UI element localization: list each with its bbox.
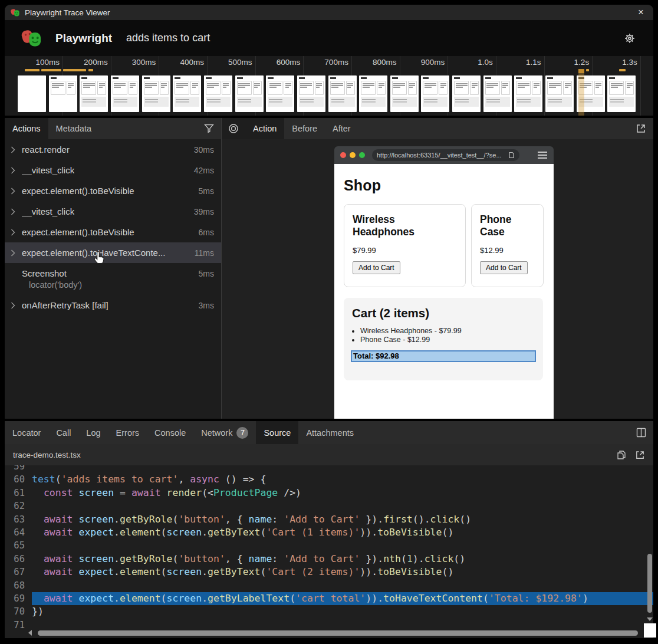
mini-line — [161, 85, 167, 86]
tab-label: Errors — [116, 428, 139, 438]
pick-locator-target-icon[interactable] — [222, 118, 245, 139]
close-icon[interactable]: × — [634, 6, 647, 19]
code-line-64: 64 await expect.element(screen.getByText… — [5, 526, 653, 539]
scrollbar-corner — [644, 623, 656, 638]
tab-after[interactable]: After — [325, 118, 358, 139]
mini-line — [486, 85, 498, 86]
timeline-thumbnail[interactable] — [142, 75, 170, 112]
line-number: 67 — [5, 566, 32, 579]
tab-metadata[interactable]: Metadata — [48, 118, 99, 139]
tab-source[interactable]: Source — [256, 421, 298, 444]
timeline-thumbnail[interactable] — [49, 75, 77, 112]
filter-icon[interactable] — [204, 118, 221, 139]
open-source-external-icon[interactable] — [635, 450, 645, 460]
add-to-cart-button[interactable]: Add to Cart — [480, 261, 528, 274]
mini-line — [610, 99, 624, 100]
action-row-react-render[interactable]: react.render30ms — [5, 139, 221, 160]
code-text: }) — [32, 605, 653, 618]
timeline-thumbnail[interactable] — [80, 75, 108, 112]
timeline-thumbnail[interactable] — [390, 75, 419, 112]
chevron-right-icon[interactable] — [11, 167, 20, 174]
tab-label: Locator — [12, 428, 41, 438]
code-text: await expect.element(screen.getByText('C… — [32, 566, 653, 579]
mini-line — [393, 85, 405, 86]
chevron-right-icon[interactable] — [11, 249, 20, 257]
action-row-expect-element-tobevisible[interactable]: expect.element().toBeVisible5ms — [5, 180, 221, 201]
action-row--vitest-click[interactable]: __vitest_click42ms — [5, 160, 221, 180]
split-view-icon[interactable] — [636, 421, 653, 444]
copy-url-icon[interactable] — [508, 152, 515, 159]
chevron-right-icon[interactable] — [11, 146, 20, 153]
copy-source-icon[interactable] — [617, 450, 627, 460]
mini-line — [285, 87, 289, 88]
scroll-left-arrow-icon[interactable] — [28, 630, 32, 636]
tab-console[interactable]: Console — [147, 421, 193, 444]
mini-shop-title — [81, 77, 87, 79]
tab-call[interactable]: Call — [48, 421, 78, 444]
timeline-thumbnail[interactable] — [235, 75, 264, 112]
timeline-thumbnail[interactable] — [266, 75, 294, 112]
action-duration: 30ms — [194, 145, 214, 155]
tab-action[interactable]: Action — [245, 118, 284, 139]
timeline-thumbnail[interactable] — [173, 75, 201, 112]
tab-attachments[interactable]: Attachments — [298, 421, 361, 444]
mini-line — [316, 85, 322, 86]
snapshot-tab-strip: ActionBeforeAfter — [222, 118, 653, 139]
chevron-right-icon[interactable] — [11, 208, 20, 215]
horizontal-scrollbar-thumb[interactable] — [38, 630, 638, 636]
code-line-69[interactable]: 69 await expect.element(screen.getByLabe… — [5, 592, 653, 605]
chevron-right-icon[interactable] — [11, 229, 20, 236]
timeline-tick-label: 800ms — [356, 58, 397, 67]
action-row-onafterretrytask-fail-[interactable]: onAfterRetryTask [fail]3ms — [5, 295, 221, 316]
timeline-thumbnail[interactable] — [483, 75, 512, 112]
mini-line — [363, 83, 374, 84]
mini-line — [145, 99, 159, 100]
vertical-scrollbar[interactable] — [646, 465, 653, 623]
mini-cart — [454, 97, 479, 107]
action-row-expect-element-tobevisible[interactable]: expect.element().toBeVisible6ms — [5, 222, 221, 242]
mini-line — [145, 83, 157, 84]
menu-icon[interactable] — [537, 151, 548, 159]
timeline-thumbnail[interactable] — [514, 75, 542, 112]
scroll-down-arrow-icon[interactable] — [647, 617, 653, 621]
timeline-thumbnail[interactable] — [18, 75, 46, 112]
tab-network[interactable]: Network7 — [193, 421, 256, 444]
add-to-cart-button[interactable]: Add to Cart — [353, 261, 400, 274]
timeline[interactable]: 100ms200ms300ms400ms500ms600ms700ms800ms… — [5, 56, 653, 116]
timeline-thumbnail[interactable] — [328, 75, 357, 112]
timeline-thumbnail[interactable] — [545, 75, 574, 112]
chevron-right-icon[interactable] — [11, 302, 20, 309]
timeline-thumbnail[interactable] — [359, 75, 387, 112]
settings-gear-icon[interactable] — [623, 31, 637, 45]
mini-shop-title — [51, 77, 57, 79]
action-duration: 42ms — [194, 166, 214, 175]
tab-before[interactable]: Before — [284, 118, 325, 139]
source-code-editor[interactable]: 5960test('adds items to cart', async () … — [5, 465, 653, 638]
tab-log[interactable]: Log — [78, 421, 108, 444]
action-row--vitest-click[interactable]: __vitest_click39ms — [5, 201, 221, 222]
timeline-thumbnail[interactable] — [607, 75, 636, 112]
action-row-expect-element-tohavetextconte-[interactable]: expect.element().toHaveTextConte...11ms — [5, 242, 221, 263]
open-external-icon[interactable] — [636, 118, 653, 139]
vertical-scrollbar-thumb[interactable] — [647, 554, 652, 613]
tab-errors[interactable]: Errors — [108, 421, 147, 444]
timeline-tick-label: 1.2s — [548, 58, 589, 67]
tab-label: Network — [201, 428, 232, 438]
mini-cards — [113, 81, 137, 95]
tab-actions[interactable]: Actions — [5, 118, 48, 139]
timeline-thumbnail[interactable] — [204, 75, 232, 112]
mini-card — [594, 81, 603, 95]
horizontal-scrollbar[interactable] — [28, 629, 643, 637]
chevron-right-icon[interactable] — [11, 188, 20, 195]
timeline-thumbnail[interactable] — [421, 75, 449, 112]
address-bar[interactable]: http://localhost:63315/__vitest_test__/?… — [372, 149, 519, 161]
timeline-thumbnail[interactable] — [297, 75, 325, 112]
tab-locator[interactable]: Locator — [5, 421, 48, 444]
mini-line — [455, 101, 469, 102]
timeline-thumbnail[interactable] — [452, 75, 481, 112]
mini-cards — [51, 81, 75, 95]
mini-card — [160, 81, 169, 95]
code-text: await expect.element(screen.getByText('C… — [32, 526, 653, 539]
timeline-thumbnail[interactable] — [111, 75, 139, 112]
mini-shop-title — [516, 77, 522, 79]
